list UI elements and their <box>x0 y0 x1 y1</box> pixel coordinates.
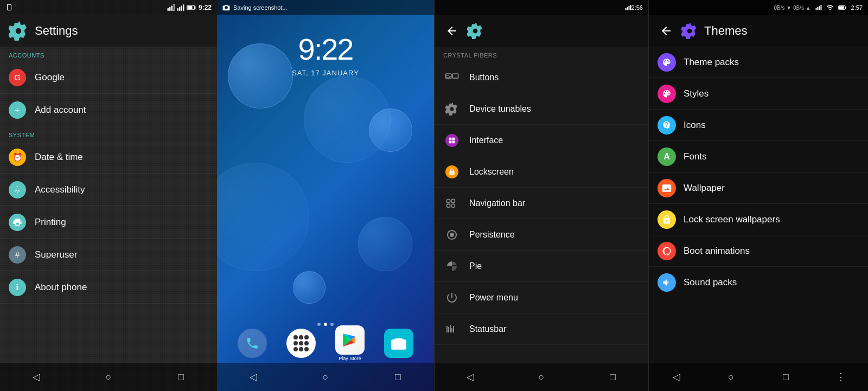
svg-rect-19 <box>452 74 458 78</box>
svg-rect-7 <box>181 6 182 11</box>
pie-item[interactable]: Pie <box>435 251 648 282</box>
add-account-icon: + <box>9 101 26 119</box>
theme-packs-item[interactable]: Theme packs <box>649 47 868 78</box>
themes-header: Themes <box>649 15 868 47</box>
date-time-item[interactable]: ⏰ Date & time <box>0 141 217 174</box>
buttons-icon: Fn <box>443 69 461 86</box>
back-button-3b[interactable]: ◁ <box>459 366 481 388</box>
svg-text:Fn: Fn <box>446 75 452 80</box>
back-button-3[interactable] <box>443 22 461 40</box>
recent-button-3[interactable]: □ <box>602 366 623 388</box>
recent-button-1[interactable]: □ <box>170 366 192 388</box>
wallpaper-label: Wallpaper <box>684 183 725 194</box>
accessibility-label: Accessibility <box>35 184 85 195</box>
bubble-5 <box>358 217 412 271</box>
add-account-label: Add account <box>35 105 86 116</box>
recent-button-4[interactable]: □ <box>775 366 797 388</box>
lockscreen-panel: Saving screenshot... 9:22 SAT, 17 JANUAR… <box>217 0 434 391</box>
printing-item[interactable]: Printing <box>0 206 217 239</box>
accounts-section-header: ACCOUNTS <box>0 47 217 61</box>
svg-rect-33 <box>450 325 451 332</box>
nav-bar-4: ◁ ○ □ ⋮ <box>649 363 868 391</box>
sound-packs-icon <box>658 273 676 292</box>
accessibility-icon <box>9 181 26 198</box>
svg-rect-34 <box>451 328 452 332</box>
status-bar-3: 2:56 <box>435 0 648 15</box>
time-4: 2:57 <box>851 4 863 11</box>
bubble-6 <box>293 271 326 304</box>
lock-screen-wallpapers-item[interactable]: Lock screen wallpapers <box>649 204 868 235</box>
accessibility-item[interactable]: Accessibility <box>0 174 217 206</box>
superuser-item[interactable]: # Superuser <box>0 239 217 271</box>
wallpaper-item[interactable]: Wallpaper <box>649 172 868 204</box>
battery-icon-4 <box>838 5 847 10</box>
crystal-section-label: CRYSTAL FIBERS <box>435 47 648 62</box>
styles-icon <box>658 85 676 103</box>
device-tunables-item[interactable]: Device tunables <box>435 93 648 125</box>
dot-4 <box>293 341 298 345</box>
recent-button-2[interactable]: □ <box>387 366 409 388</box>
header-gear-icon-3 <box>467 23 483 39</box>
power-menu-item[interactable]: Power menu <box>435 282 648 313</box>
home-button-3[interactable]: ○ <box>531 366 552 388</box>
svg-rect-20 <box>449 137 452 140</box>
interface-item[interactable]: Interface <box>435 125 648 156</box>
play-store-icon <box>335 325 365 355</box>
google-icon: G <box>9 69 26 86</box>
styles-item[interactable]: Styles <box>649 78 868 110</box>
sound-packs-item[interactable]: Sound packs <box>649 267 868 298</box>
home-button-4[interactable]: ○ <box>720 366 742 388</box>
lock-time-display: 9:22 SAT, 17 JANUARY <box>217 31 434 77</box>
google-item[interactable]: G Google <box>0 61 217 94</box>
add-account-item[interactable]: + Add account <box>0 94 217 126</box>
statusbar-icon <box>443 321 461 338</box>
statusbar-item[interactable]: Statusbar <box>435 313 648 345</box>
power-menu-label: Power menu <box>469 293 518 303</box>
back-button-1[interactable]: ◁ <box>25 366 47 388</box>
back-button-4[interactable] <box>658 22 675 40</box>
superuser-icon: # <box>9 246 26 264</box>
sound-packs-label: Sound packs <box>684 277 737 288</box>
navigation-bar-item[interactable]: Navigation bar <box>435 188 648 219</box>
camera-dock-icon[interactable] <box>384 329 413 358</box>
icons-item[interactable]: Icons <box>649 110 868 141</box>
settings-title: Settings <box>35 24 78 38</box>
about-phone-item[interactable]: ℹ About phone <box>0 271 217 304</box>
dot-9 <box>304 347 309 351</box>
persistence-icon <box>443 226 461 243</box>
device-tunables-label: Device tunables <box>469 104 531 114</box>
screenshot-text: Saving screenshot... <box>233 4 288 11</box>
boot-animations-icon <box>658 242 676 260</box>
dot-8 <box>299 347 303 351</box>
launcher-dock-icon[interactable] <box>286 329 316 358</box>
back-button-4b[interactable]: ◁ <box>666 366 687 388</box>
screenshot-notification: Saving screenshot... <box>217 0 434 15</box>
buttons-label: Buttons <box>469 73 499 82</box>
boot-animations-item[interactable]: Boot animations <box>649 235 868 267</box>
buttons-item[interactable]: Fn Buttons <box>435 62 648 93</box>
fonts-item[interactable]: A Fonts <box>649 141 868 172</box>
lockscreen-label: Lockscreen <box>469 167 514 177</box>
status-time-1: 9:22 <box>167 4 212 11</box>
back-button-2[interactable]: ◁ <box>242 366 264 388</box>
home-button-1[interactable]: ○ <box>98 366 119 388</box>
icons-label: Icons <box>684 120 706 131</box>
phone-dock-icon[interactable] <box>238 329 267 358</box>
lockscreen-item[interactable]: Lockscreen <box>435 156 648 188</box>
printing-label: Printing <box>35 217 66 228</box>
pie-icon <box>443 258 461 275</box>
signal-icon-4 <box>815 4 822 11</box>
play-store-dock[interactable]: Play Store <box>335 325 365 361</box>
interface-icon <box>443 132 461 149</box>
themes-title: Themes <box>704 24 747 38</box>
battery-icon <box>187 4 196 11</box>
more-button-4[interactable]: ⋮ <box>830 366 852 388</box>
persistence-item[interactable]: Persistence <box>435 219 648 251</box>
svg-rect-23 <box>452 140 455 143</box>
home-button-2[interactable]: ○ <box>315 366 336 388</box>
superuser-label: Superuser <box>35 249 77 260</box>
svg-rect-31 <box>446 326 448 332</box>
screenshot-icon <box>222 4 230 11</box>
date-time-label: Date & time <box>35 152 83 163</box>
svg-rect-2 <box>169 7 170 11</box>
